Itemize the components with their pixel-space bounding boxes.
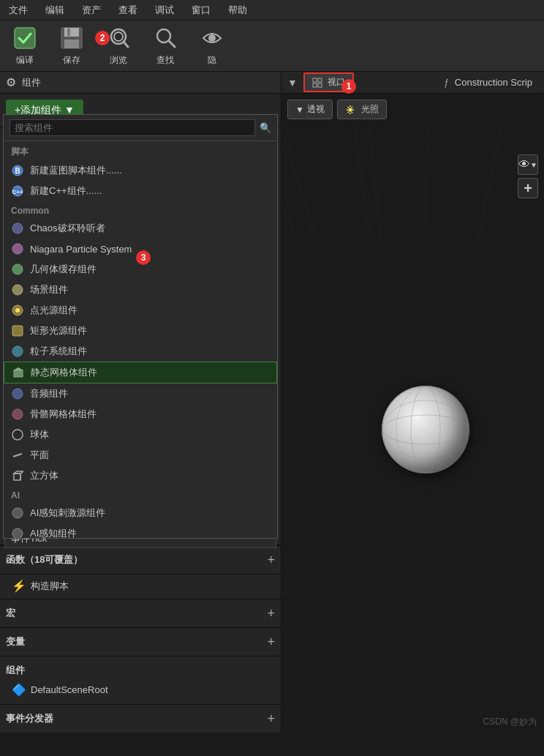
functions-section: 函数（18可覆盖） + [0, 545, 281, 574]
grid-svg [282, 127, 501, 236]
viewport-dropdown-arrow[interactable]: ▼ [287, 77, 298, 89]
bottom-sections: 函数（18可覆盖） + ⚡ 构造脚本 宏 + [0, 544, 281, 733]
menu-help[interactable]: 帮助 [225, 2, 250, 18]
svg-rect-0 [15, 28, 35, 48]
svg-text:B: B [15, 167, 20, 175]
hide-label: 隐 [208, 54, 216, 67]
static-mesh-item[interactable]: 静态网格体组件 [4, 362, 277, 383]
svg-rect-40 [318, 83, 322, 87]
scene-component-item[interactable]: 场景组件 [4, 280, 277, 300]
svg-marker-24 [13, 367, 23, 370]
menu-file[interactable]: 文件 [6, 2, 31, 18]
svg-point-10 [208, 34, 216, 42]
search-component-input[interactable] [10, 119, 255, 136]
audio-item[interactable]: 音频组件 [4, 383, 277, 404]
construction-script-icon: ⚡ [12, 579, 26, 593]
functions-add-button[interactable]: + [267, 553, 275, 566]
menu-bar: 文件 编辑 资产 查看 调试 窗口 帮助 [0, 0, 544, 20]
niagara-label: Niagara Particle System [30, 244, 132, 255]
construction-script-item[interactable]: ⚡ 构造脚本 [6, 576, 275, 596]
default-scene-root-icon: 🔷 [12, 683, 26, 697]
svg-rect-4 [64, 40, 79, 48]
macro-title: 宏 [6, 607, 15, 620]
svg-point-62 [411, 386, 440, 473]
chaos-item[interactable]: Chaos破坏聆听者 [4, 218, 277, 239]
menu-assets[interactable]: 资产 [79, 2, 104, 18]
sphere-item[interactable]: 球体 [4, 424, 277, 445]
macro-add-button[interactable]: + [267, 607, 275, 620]
svg-point-22 [12, 346, 23, 356]
svg-point-26 [12, 409, 23, 419]
geo-cache-label: 几何体缓存组件 [30, 263, 97, 276]
event-dispatcher-title: 事件分发器 [6, 712, 53, 725]
lighting-label: 光照 [361, 103, 379, 116]
sphere-mesh [382, 386, 469, 474]
svg-point-33 [12, 528, 23, 539]
skeletal-mesh-item[interactable]: 骨骼网格体组件 [4, 404, 277, 424]
particle-label: 粒子系统组件 [30, 345, 87, 358]
lighting-button[interactable]: 光照 [337, 100, 387, 119]
menu-view[interactable]: 查看 [116, 2, 140, 18]
niagara-icon [11, 242, 24, 255]
eye-icon: 👁 [518, 158, 530, 171]
sphere-object[interactable] [382, 386, 469, 474]
point-light-icon [11, 304, 24, 317]
new-cpp-label: 新建C++组件...... [30, 184, 102, 198]
plane-label: 平面 [30, 449, 49, 462]
scripts-section-label: 脚本 [4, 141, 277, 160]
svg-point-18 [12, 285, 23, 295]
perspective-arrow: ▼ [295, 105, 304, 115]
ai-stimulus-item[interactable]: AI感知刺激源组件 [4, 503, 277, 523]
chaos-icon [11, 222, 24, 235]
event-dispatcher-add-button[interactable]: + [267, 712, 275, 725]
left-panel-title: 组件 [22, 76, 41, 89]
svg-line-59 [369, 127, 413, 236]
variables-add-button[interactable]: + [267, 635, 275, 648]
menu-window[interactable]: 窗口 [189, 2, 214, 18]
point-light-item[interactable]: 点光源组件 [4, 300, 277, 321]
compile-button[interactable]: 编译 [6, 22, 44, 70]
browse-button[interactable]: 浏览 [99, 22, 137, 70]
default-scene-root-item[interactable]: 🔷 DefaultSceneRoot [6, 680, 275, 700]
find-button[interactable]: 查找 [146, 22, 184, 70]
functions-title: 函数（18可覆盖） [6, 553, 83, 566]
cube-item[interactable]: 立方体 [4, 465, 277, 486]
viewport-controls-row: ▼ 透视 光照 [287, 100, 387, 119]
save-icon [58, 25, 85, 51]
construction-script-tab[interactable]: ƒ Construction Scrip [438, 75, 538, 90]
svg-line-43 [355, 127, 413, 236]
ai-perception-item[interactable]: AI感知组件 [4, 523, 277, 539]
geo-cache-icon [11, 263, 24, 276]
svg-rect-21 [12, 326, 23, 336]
dropdown-arrow-icon: ▼ [530, 161, 537, 169]
particle-system-item[interactable]: 粒子系统组件 [4, 341, 277, 362]
watermark: CSDN @妙为 [483, 716, 537, 728]
svg-line-7 [124, 42, 128, 47]
svg-point-6 [114, 32, 123, 41]
svg-point-27 [12, 430, 23, 440]
new-cpp-item[interactable]: C++ 新建C++组件...... [4, 181, 277, 201]
sphere-lines [382, 386, 469, 474]
menu-edit[interactable]: 编辑 [42, 2, 67, 18]
component-dropdown[interactable]: 🔍 脚本 B 新建蓝图脚本组件...... C++ 新建C++组件...... … [3, 114, 278, 539]
search-icon: 🔍 [260, 122, 271, 133]
skeletal-label: 骨骼网格体组件 [30, 408, 97, 421]
new-blueprint-script-item[interactable]: B 新建蓝图脚本组件...... [4, 160, 277, 181]
hide-button[interactable]: 隐 [193, 22, 231, 70]
save-button[interactable]: 保存 [53, 22, 91, 70]
menu-debug[interactable]: 调试 [152, 2, 177, 18]
static-mesh-label: 静态网格体组件 [31, 366, 97, 379]
rect-light-item[interactable]: 矩形光源组件 [4, 321, 277, 341]
plus-overlay-button[interactable]: + [518, 178, 538, 198]
eye-overlay-button[interactable]: 👁 ▼ [518, 154, 538, 175]
ai-stimulus-icon [11, 506, 24, 520]
rect-light-icon [11, 324, 24, 337]
plane-item[interactable]: 平面 [4, 445, 277, 465]
svg-line-47 [282, 200, 413, 236]
perspective-button[interactable]: ▼ 透视 [287, 100, 333, 119]
common-section-label: Common [4, 201, 277, 218]
components-title: 组件 [6, 664, 25, 677]
perspective-label: 透视 [307, 103, 325, 116]
construction-script-section: ⚡ 构造脚本 [0, 574, 281, 599]
svg-marker-30 [14, 471, 23, 474]
